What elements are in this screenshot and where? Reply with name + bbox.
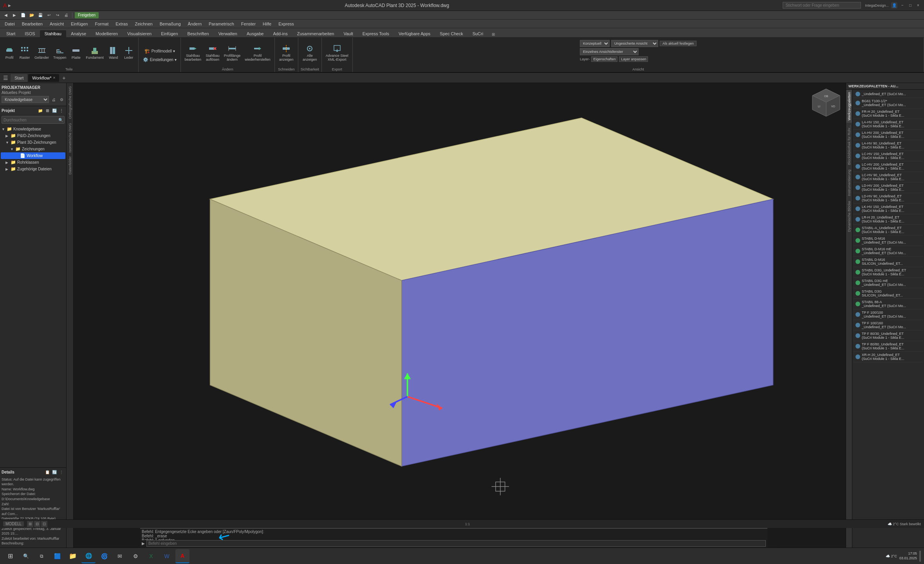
projekt-icon2[interactable]: ⊞ — [44, 107, 51, 114]
rtab-modellieren[interactable]: Modellieren — [91, 30, 123, 37]
search-icon[interactable]: 🔍 — [57, 116, 64, 123]
tree-item-workflow[interactable]: 📄 Workflow — [1, 152, 65, 159]
cmd-input-field[interactable] — [146, 540, 766, 547]
palette-item-3[interactable]: LA-HV 150_Undefined_ET(SuCri Module 1 - … — [853, 119, 923, 130]
details-icon2[interactable]: 🔄 — [51, 469, 58, 475]
vtab-werkzeug[interactable]: Werkzeugpaletten — [846, 90, 852, 123]
model-btn[interactable]: MODELL — [3, 521, 24, 526]
palette-item-10[interactable]: LD-HV 90_Undefined_ET(SuCri Module 1 - S… — [853, 193, 923, 204]
taskbar-edge[interactable]: 🌀 — [97, 549, 111, 563]
close-btn[interactable]: × — [915, 3, 921, 8]
rtab-stahlbau[interactable]: Stahlbau — [40, 30, 66, 37]
qa-open-btn[interactable]: 📂 — [28, 12, 35, 19]
palette-item-16[interactable]: STABIL D-M16SILICON_Undefined_ET... — [853, 257, 923, 267]
palette-item-0[interactable]: _Undefined_ET (SuCri Mo... — [853, 90, 923, 98]
rtab-vault[interactable]: Vault — [339, 30, 357, 37]
menu-hilfe[interactable]: Hilfe — [260, 21, 274, 27]
qa-new-btn[interactable]: 📄 — [20, 12, 27, 19]
palette-item-4[interactable]: LA-HV 200_Undefined_ET(SuCri Module 1 - … — [853, 130, 923, 140]
palette-item-11[interactable]: LK-HV 150_Undefined_ET(SuCri Module 1 - … — [853, 204, 923, 214]
taskbar-search[interactable]: 🔍 — [19, 549, 33, 563]
platte-btn[interactable]: Platte — [69, 45, 83, 61]
rtab-analyse[interactable]: Analyse — [66, 30, 91, 37]
leder-btn[interactable]: Leder — [122, 45, 136, 61]
tree-item-zeichnungen[interactable]: ▼ 📁 Zeichnungen — [1, 146, 65, 152]
vp-btn2[interactable]: ⊟ — [34, 521, 40, 527]
qa-plot-btn[interactable]: 🖨 — [63, 12, 70, 19]
menu-param[interactable]: Parametrisch — [206, 21, 237, 27]
hamburger-menu[interactable]: ☰ — [2, 74, 10, 82]
palette-item-6[interactable]: LC-HV 150_Undefined_ET(SuCri Module 1 - … — [853, 151, 923, 161]
palette-item-20[interactable]: STABIL 88-A_Undefined_ET (SuCri Mo... — [853, 299, 923, 309]
tree-item-rohrklassen[interactable]: ▶ 📁 Rohrklassen — [1, 159, 65, 166]
palette-item-22[interactable]: TP F 100/160_Undefined_ET (SuCri Mo... — [853, 320, 923, 331]
rtab-spec-check[interactable]: Spec Check — [435, 30, 467, 37]
menu-einfuegen[interactable]: Einfügen — [68, 21, 91, 27]
rtab-ausgabe[interactable]: Ausgabe — [242, 30, 268, 37]
freigeben-btn[interactable]: Freigeben — [75, 12, 99, 18]
layer-eigenschaften-btn[interactable]: Eigenschaften — [591, 56, 617, 62]
palette-item-8[interactable]: LC-HV 90_Undefined_ET(SuCri Module 1 - S… — [853, 172, 923, 183]
maximize-btn[interactable]: □ — [908, 3, 913, 8]
menu-format[interactable]: Format — [92, 21, 112, 27]
viewport[interactable]: OB VO LI Befehl: Entgegengesetzte Ecke a… — [74, 83, 846, 548]
menu-ansicht[interactable]: Ansicht — [47, 21, 67, 27]
vp-btn3[interactable]: ⊡ — [41, 521, 47, 527]
palette-item-17[interactable]: STABIL D3G_Undefined_ET(SuCri Module 1 -… — [853, 267, 923, 278]
taskbar-chrome[interactable]: 🌐 — [81, 549, 96, 563]
layer-anpassen-btn[interactable]: Layer anpassen — [619, 56, 648, 62]
treppen-btn[interactable]: Treppen — [52, 45, 68, 61]
vp-btn1[interactable]: ⊞ — [27, 521, 33, 527]
palette-item-23[interactable]: TP F 80/30_Undefined_ET(SuCri Module 1 -… — [853, 331, 923, 341]
stahlbau-aufloesen-btn[interactable]: Stahlbauauflösen — [204, 43, 221, 63]
taskbar-autocad[interactable]: A — [175, 549, 189, 563]
taskbar-settings[interactable]: ⚙ — [128, 549, 143, 563]
profilmodell-btn[interactable]: 🏗️ Profilmodell ▾ — [143, 47, 177, 55]
minimize-btn[interactable]: − — [900, 3, 905, 8]
qa-back-btn[interactable]: ◀ — [2, 12, 9, 19]
palette-item-2[interactable]: FR-H 20_Undefined_ET(SuCri Module 1 - Si… — [853, 108, 923, 119]
palette-item-14[interactable]: STABIL D-M16_Undefined_ET (SuCri Mo... — [853, 235, 923, 246]
view-type-select[interactable]: Konzeptuell — [580, 40, 610, 47]
rtab-addins[interactable]: Add-ins — [268, 30, 292, 37]
profil-btn[interactable]: Profil — [2, 45, 16, 61]
palette-item-25[interactable]: XR-H 20_Undefined_ET(SuCri Module 1 - Si… — [853, 352, 923, 362]
gelaender-btn[interactable]: Geländer — [33, 45, 51, 61]
palette-item-21[interactable]: TP F 100/100_Undefined_ET (SuCri Mo... — [853, 309, 923, 320]
projekt-icon4[interactable]: ⋮ — [58, 107, 65, 114]
profil-anzeigen-btn[interactable]: Profilanzeigen — [278, 43, 295, 63]
menu-express[interactable]: Express — [275, 21, 297, 27]
details-icon1[interactable]: 📋 — [44, 469, 51, 475]
rtab-visualisieren[interactable]: Visualisieren — [123, 30, 156, 37]
tree-item-zugehoerige[interactable]: ▶ 📁 Zugehörige Dateien — [1, 166, 65, 172]
details-icon3[interactable]: ⋮ — [58, 469, 65, 475]
wand-btn[interactable]: Wand — [106, 45, 121, 61]
palette-item-1[interactable]: BG61 T100-1/2*_Undefined_ET (SuCri Mo... — [853, 98, 923, 108]
vtab-instr[interactable]: Instrumentierung — [846, 167, 852, 199]
pm-project-select[interactable]: Knowledgebase — [2, 96, 49, 103]
advance-steel-btn[interactable]: Advance SteelXML-Export — [324, 43, 350, 63]
palette-item-15[interactable]: STABIL D-M16 mE_Undefined_ET (SuCri Mo..… — [853, 246, 923, 257]
taskbar-start[interactable]: ⊞ — [3, 549, 17, 563]
menu-fenster[interactable]: Fenster — [238, 21, 259, 27]
menu-aendern[interactable]: Ändern — [185, 21, 205, 27]
menu-bearbeiten[interactable]: Bearbeiten — [19, 21, 46, 27]
palette-item-18[interactable]: STABIL D3G mE_Undefined_ET (SuCri Mo... — [853, 278, 923, 288]
menu-zeichnen[interactable]: Zeichnen — [132, 21, 155, 27]
v-label-ortho[interactable]: Orthografische DWG — [67, 85, 73, 121]
tree-item-plant3d[interactable]: ▼ 📁 Plant 3D-Zeichnungen — [1, 139, 65, 146]
pm-print-btn[interactable]: 🖨 — [51, 96, 57, 103]
profil-wiederherstellen-btn[interactable]: Profilwiederherstellen — [243, 43, 272, 63]
rtab-einfuegen[interactable]: Einfügen — [156, 30, 182, 37]
menu-datei[interactable]: Datei — [2, 21, 18, 27]
als-aktuell-btn[interactable]: Als aktuell festlegen — [660, 41, 697, 46]
palette-item-12[interactable]: LR-H 20_Undefined_ET(SuCri Module 1 - Si… — [853, 214, 923, 225]
einstellungen-btn[interactable]: ⚙️ Einstellungen ▾ — [141, 56, 178, 63]
tree-item-knowledgebase[interactable]: ▼ 📁 Knowledgebase — [1, 126, 65, 132]
palette-item-19[interactable]: STABIL D3GSILICON_Undefined_ET... — [853, 288, 923, 299]
menu-bemass[interactable]: Bemaßung — [157, 21, 184, 27]
user-avatar[interactable]: 👤 — [891, 2, 897, 9]
palette-item-5[interactable]: LA-HV 90_Undefined_ET(SuCri Module 1 - S… — [853, 140, 923, 151]
vtab-block[interactable]: Blockbibliothek für Rohr... — [846, 123, 852, 167]
rtab-zusammenarbeiten[interactable]: Zusammenarbeiten — [292, 30, 339, 37]
